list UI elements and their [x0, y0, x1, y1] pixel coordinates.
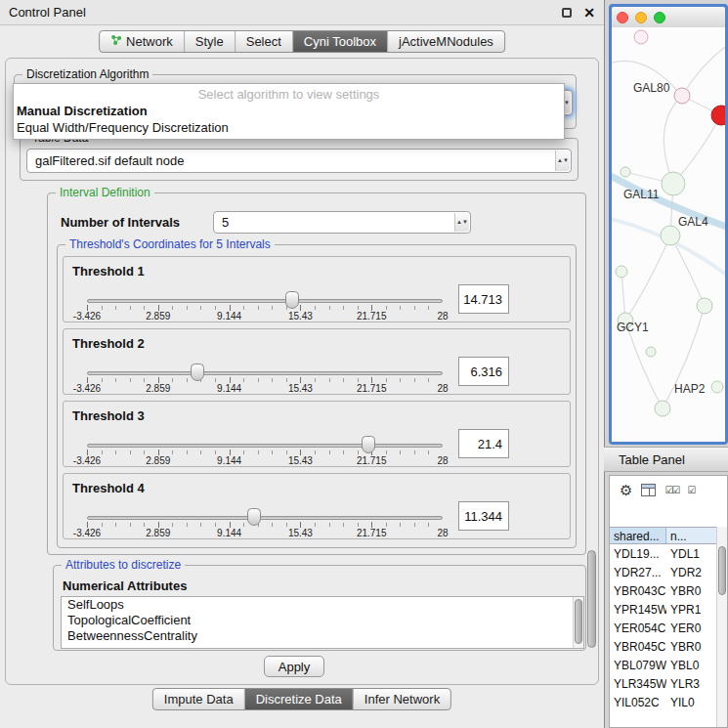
- threshold-4-slider[interactable]: -3.426 2.859 9.144 15.43 21.715 28: [87, 507, 443, 538]
- tab-network[interactable]: Network: [100, 31, 185, 52]
- slider-thumb[interactable]: [362, 436, 375, 453]
- threshold-4-label: Threshold 4: [72, 481, 145, 495]
- table-row[interactable]: YER054CYER0: [610, 619, 716, 637]
- table-row[interactable]: YBR045CYBR0: [610, 637, 716, 656]
- network-tab-icon: [110, 34, 122, 49]
- interval-definition-title: Interval Definition: [56, 186, 154, 199]
- list-item[interactable]: BetweennessCentrality: [62, 628, 583, 644]
- num-intervals-select[interactable]: 5 ▲▼: [213, 211, 471, 234]
- table-cell: YBR0: [666, 584, 716, 598]
- threshold-4-value[interactable]: 11.344: [458, 501, 509, 531]
- table-cell: YBR0: [666, 640, 716, 654]
- node-label-hap2: HAP2: [674, 382, 705, 396]
- table-cell: YIL052C: [610, 696, 666, 709]
- network-window: GAL80 GAL11 GAL4 GCY1 HAP2: [609, 4, 728, 445]
- slider-track[interactable]: [87, 444, 443, 448]
- list-item[interactable]: SelfLoops: [62, 597, 583, 613]
- tab-style[interactable]: Style: [185, 31, 236, 52]
- table-data-select[interactable]: galFiltered.sif default node ▲▼: [26, 149, 572, 173]
- table-row[interactable]: YIL052CYIL0: [610, 693, 716, 711]
- threshold-1-value[interactable]: 14.713: [458, 284, 509, 314]
- column-header-name[interactable]: n...: [666, 528, 716, 543]
- tab-network-label: Network: [126, 34, 173, 49]
- tab-jactivemnodules[interactable]: jActiveMNodules: [388, 31, 504, 52]
- threshold-2-slider[interactable]: -3.426 2.859 9.144 15.43 21.715 28: [87, 363, 443, 394]
- tick-labels: -3.426 2.859 9.144 15.43 21.715 28: [87, 528, 443, 538]
- slider-track[interactable]: [87, 371, 443, 375]
- slider-thumb[interactable]: [191, 364, 204, 381]
- table-row[interactable]: YPR145WYPR1: [610, 600, 716, 619]
- table-row[interactable]: YLR345WYLR3: [610, 674, 716, 693]
- thresholds-group-title: Threshold's Coordinates for 5 Intervals: [65, 237, 275, 251]
- table-cell: YPR145W: [610, 603, 666, 617]
- table-row[interactable]: YDR27...YDR2: [610, 563, 716, 581]
- table-cell: YBL079W: [610, 659, 666, 672]
- dropdown-item-equal-width-frequency[interactable]: Equal Width/Frequency Discretization: [14, 119, 564, 139]
- table-row[interactable]: YBR043CYBR0: [610, 581, 716, 600]
- panel-tab-bar: Network Style Select Cyni Toolbox jActiv…: [99, 30, 505, 53]
- float-icon[interactable]: [562, 8, 572, 18]
- window-close-button[interactable]: [617, 12, 628, 23]
- select-checkbox-icon[interactable]: ☑: [687, 485, 694, 495]
- close-icon[interactable]: ✕: [583, 5, 595, 21]
- tab-select[interactable]: Select: [236, 31, 293, 52]
- threshold-1-panel: Threshold 1 -3.426 2.859 9.144 15.43 21.…: [63, 256, 571, 322]
- apply-button[interactable]: Apply: [264, 656, 324, 677]
- control-panel: Control Panel ✕ Network Style Select Cyn…: [0, 0, 604, 728]
- list-item[interactable]: TopologicalCoefficient: [62, 613, 583, 628]
- threshold-1-label: Threshold 1: [72, 264, 145, 278]
- slider-track[interactable]: [87, 516, 443, 520]
- dropdown-item-manual-discretization[interactable]: Manual Discretization: [14, 103, 564, 119]
- table-toolbar: ⚙ ☑☑ ☑: [610, 476, 727, 503]
- node-label-gcy1: GCY1: [617, 321, 649, 334]
- tab-cyni-toolbox[interactable]: Cyni Toolbox: [293, 31, 388, 52]
- tick-labels: -3.426 2.859 9.144 15.43 21.715 28: [87, 383, 443, 394]
- table-cell: YLR345W: [610, 677, 666, 691]
- threshold-1-slider[interactable]: -3.426 2.859 9.144 15.43 21.715 28: [87, 290, 443, 321]
- table-cell: YBR043C: [610, 584, 666, 598]
- columns-icon[interactable]: [641, 484, 656, 496]
- table-panel-header: Table Panel: [604, 447, 728, 472]
- panel-scrollbar-thumb[interactable]: [587, 550, 596, 648]
- tab-impute-data[interactable]: Impute Data: [153, 689, 245, 709]
- table-cell: YER0: [666, 621, 716, 635]
- table-cell: YDR2: [666, 566, 716, 579]
- select-all-checkboxes-icon[interactable]: ☑☑: [664, 485, 678, 495]
- threshold-2-value[interactable]: 6.316: [458, 357, 509, 386]
- threshold-3-value[interactable]: 21.4: [458, 429, 509, 458]
- stepper-icon: ▲▼: [454, 213, 469, 232]
- node-label-gal11: GAL11: [623, 188, 659, 201]
- algorithm-placeholder: Select algorithm to view settings: [14, 84, 564, 103]
- panel-title: Control Panel: [9, 5, 86, 20]
- table-data-value: galFiltered.sif default node: [35, 153, 184, 168]
- list-scrollbar-thumb[interactable]: [575, 599, 582, 644]
- table-cell: YIL0: [666, 696, 716, 709]
- algorithm-dropdown: Select algorithm to view settings Manual…: [13, 83, 565, 140]
- table-row[interactable]: YBL079WYBL0: [610, 656, 716, 674]
- tick-labels: -3.426 2.859 9.144 15.43 21.715 28: [87, 311, 443, 321]
- attributes-group-title: Attributes to discretize: [62, 558, 185, 572]
- table-cell: YDR27...: [610, 566, 666, 579]
- slider-thumb[interactable]: [247, 508, 261, 526]
- gear-icon[interactable]: ⚙: [620, 483, 632, 497]
- column-header-shared[interactable]: shared...: [610, 528, 666, 543]
- tab-infer-network[interactable]: Infer Network: [354, 689, 450, 709]
- slider-thumb[interactable]: [285, 291, 299, 309]
- window-minimize-button[interactable]: [635, 12, 647, 23]
- table-cell: YDL19...: [610, 547, 666, 561]
- discretization-algorithm-title: Discretization Algorithm: [22, 67, 152, 81]
- tick-labels: -3.426 2.859 9.144 15.43 21.715 28: [87, 455, 443, 466]
- list-scrollbar[interactable]: [573, 597, 583, 648]
- window-zoom-button[interactable]: [654, 12, 665, 23]
- table-cell: YPR1: [666, 603, 716, 617]
- network-canvas[interactable]: GAL80 GAL11 GAL4 GCY1 HAP2: [612, 27, 725, 442]
- tab-discretize-data[interactable]: Discretize Data: [245, 689, 354, 709]
- table-scrollbar[interactable]: [716, 527, 727, 727]
- table-body: YDL19...YDL1 YDR27...YDR2 YBR043CYBR0 YP…: [610, 544, 716, 727]
- threshold-2-label: Threshold 2: [72, 336, 145, 351]
- table-row[interactable]: YDL19...YDL1: [610, 544, 716, 563]
- slider-track[interactable]: [87, 299, 443, 303]
- node-label-gal80: GAL80: [633, 81, 669, 95]
- table-scrollbar-thumb[interactable]: [718, 546, 726, 595]
- threshold-3-slider[interactable]: -3.426 2.859 9.144 15.43 21.715 28: [87, 435, 443, 466]
